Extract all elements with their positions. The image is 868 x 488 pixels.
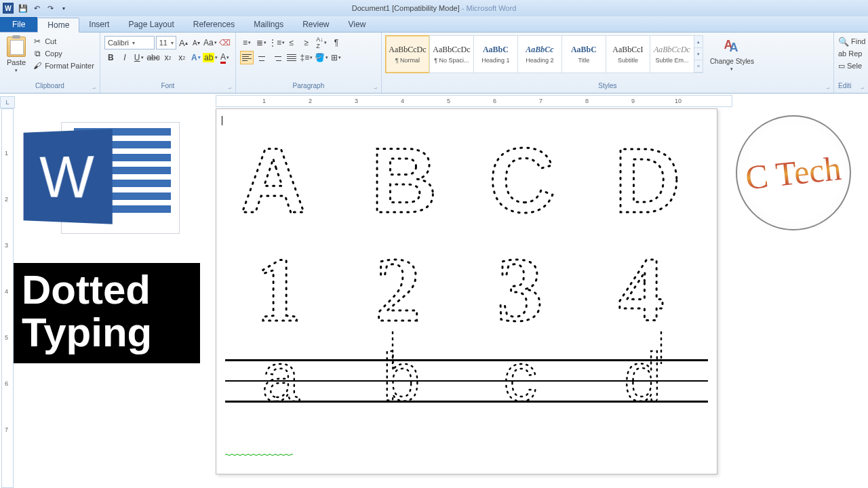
tab-selector[interactable]: L <box>0 96 15 108</box>
style-no-spacing[interactable]: AaBbCcDc¶ No Spaci... <box>429 35 474 73</box>
font-color-button[interactable]: A <box>218 51 231 64</box>
show-marks-button[interactable]: ¶ <box>330 36 343 49</box>
decrease-indent-button[interactable]: ≤ <box>285 36 298 49</box>
shading-button[interactable]: 🪣 <box>315 51 328 64</box>
copy-button[interactable]: ⧉Copy <box>31 47 96 60</box>
superscript-button[interactable]: x2 <box>176 51 189 64</box>
tab-home[interactable]: Home <box>37 18 79 33</box>
tab-insert[interactable]: Insert <box>79 17 119 32</box>
underline-button[interactable]: U <box>132 51 145 64</box>
horizontal-ruler[interactable]: 12345678910 <box>216 95 732 107</box>
tab-file[interactable]: File <box>0 17 37 32</box>
tab-view[interactable]: View <box>339 17 376 32</box>
dotted-numbers-row: 1 2 3 4 <box>222 241 711 342</box>
select-button[interactable]: ▭Sele <box>838 60 864 72</box>
svg-text:d: d <box>624 339 662 415</box>
change-styles-button[interactable]: Change Styles ▾ <box>706 35 758 82</box>
style-normal[interactable]: AaBbCcDc¶ Normal <box>385 35 430 73</box>
dotted-number-2: 2 <box>355 241 456 342</box>
app-name: Microsoft Word <box>467 4 517 12</box>
trace-letter-b: b <box>366 357 447 438</box>
scissors-icon: ✂ <box>33 37 42 46</box>
change-styles-icon <box>722 37 741 57</box>
styles-gallery-expand[interactable]: ▴▾≡ <box>694 35 703 73</box>
shrink-font-button[interactable]: A▾ <box>191 36 202 49</box>
title-bar: W 💾 ↶ ↷ ▾ Document1 [Compatibility Mode]… <box>0 0 868 16</box>
svg-text:B: B <box>371 132 437 232</box>
brush-icon: 🖌 <box>33 61 42 70</box>
italic-button[interactable]: I <box>119 51 132 64</box>
group-label-clipboard: Clipboard <box>4 82 96 92</box>
align-justify-button[interactable] <box>285 51 298 64</box>
group-clipboard: Paste ▾ ✂Cut ⧉Copy 🖌Format Painter Clipb… <box>0 33 100 93</box>
change-case-button[interactable]: Aa <box>203 36 217 49</box>
dotted-letter-b: B <box>355 132 456 234</box>
group-label-styles: Styles <box>386 82 829 92</box>
dotted-letter-d: D <box>599 132 701 234</box>
trace-letter-c: c <box>486 357 568 438</box>
style-title[interactable]: AaBbCTitle <box>561 35 606 73</box>
qat-undo-button[interactable]: ↶ <box>31 2 43 14</box>
borders-button[interactable]: ⊞ <box>330 51 343 64</box>
dotted-letters-row: A B C D <box>222 132 711 234</box>
tab-review[interactable]: Review <box>293 17 338 32</box>
word-app-icon: W <box>3 3 14 14</box>
qat-save-button[interactable]: 💾 <box>17 2 29 14</box>
style-subtitle[interactable]: AaBbCcISubtitle <box>606 35 650 73</box>
qat-redo-button[interactable]: ↷ <box>44 2 56 14</box>
document-name: Document1 [Compatibility Mode] <box>352 4 460 12</box>
group-styles: AaBbCcDc¶ Normal AaBbCcDc¶ No Spaci... A… <box>382 33 834 93</box>
clear-formatting-button[interactable]: ⌫ <box>218 36 231 49</box>
vertical-ruler[interactable]: 1234567 <box>1 108 14 488</box>
bullets-button[interactable]: ≡ <box>240 36 254 49</box>
tab-page-layout[interactable]: Page Layout <box>119 17 183 32</box>
paste-button[interactable]: Paste ▾ <box>4 35 28 82</box>
subscript-button[interactable]: x2 <box>161 51 174 64</box>
svg-text:3: 3 <box>497 241 543 340</box>
align-left-button[interactable] <box>240 51 254 64</box>
channel-badge: C Tech <box>736 115 851 230</box>
text-cursor <box>222 116 222 125</box>
cut-button[interactable]: ✂Cut <box>31 35 96 47</box>
svg-text:c: c <box>503 339 537 415</box>
highlight-button[interactable]: ab <box>203 51 217 64</box>
svg-text:1: 1 <box>256 241 302 340</box>
style-heading-2[interactable]: AaBbCcHeading 2 <box>517 35 562 73</box>
increase-indent-button[interactable]: ≥ <box>300 36 313 49</box>
paste-icon <box>7 37 26 57</box>
word-logo-tile: W <box>24 129 113 224</box>
svg-text:4: 4 <box>618 241 665 340</box>
align-center-button[interactable] <box>255 51 269 64</box>
tab-references[interactable]: References <box>184 17 244 32</box>
font-name-combo[interactable]: Calibri <box>104 36 155 49</box>
style-heading-1[interactable]: AaBbCHeading 1 <box>473 35 518 73</box>
align-right-button[interactable] <box>270 51 283 64</box>
copy-icon: ⧉ <box>33 49 42 58</box>
qat-customize-button[interactable]: ▾ <box>58 2 70 14</box>
sort-button[interactable]: A↓Z <box>315 36 328 49</box>
trace-letter-d: d <box>607 357 688 438</box>
group-label-editing: Editi <box>838 82 864 92</box>
document-page[interactable]: A B C D 1 2 3 4 a b c d <box>216 108 717 474</box>
group-font: Calibri 11 A▴ A▾ Aa ⌫ B I U abc x2 x2 A … <box>100 33 236 93</box>
font-size-combo[interactable]: 11 <box>156 36 176 49</box>
group-editing: 🔍Find abRep ▭Sele Editi <box>834 33 868 93</box>
tab-mailings[interactable]: Mailings <box>244 17 293 32</box>
styles-gallery: AaBbCcDc¶ Normal AaBbCcDc¶ No Spaci... A… <box>386 35 703 82</box>
find-icon: 🔍 <box>838 37 849 47</box>
format-painter-button[interactable]: 🖌Format Painter <box>31 60 96 72</box>
style-subtle-emphasis[interactable]: AaBbCcDcSubtle Em... <box>650 35 694 73</box>
grow-font-button[interactable]: A▴ <box>178 36 189 49</box>
find-button[interactable]: 🔍Find <box>838 35 864 47</box>
text-effects-button[interactable]: A <box>189 51 202 64</box>
group-label-paragraph: Paragraph <box>240 82 377 92</box>
strikethrough-button[interactable]: abc <box>146 51 160 64</box>
line-spacing-button[interactable]: ‡≡ <box>300 51 313 64</box>
multilevel-button[interactable]: ⋮≡ <box>270 36 283 49</box>
replace-button[interactable]: abRep <box>838 47 864 60</box>
bold-button[interactable]: B <box>104 51 117 64</box>
numbering-button[interactable]: ≣ <box>255 36 269 49</box>
group-paragraph: ≡ ≣ ⋮≡ ≤ ≥ A↓Z ¶ ‡≡ 🪣 ⊞ Paragraph <box>236 33 382 93</box>
svg-text:D: D <box>614 132 681 232</box>
group-label-font: Font <box>104 82 231 92</box>
